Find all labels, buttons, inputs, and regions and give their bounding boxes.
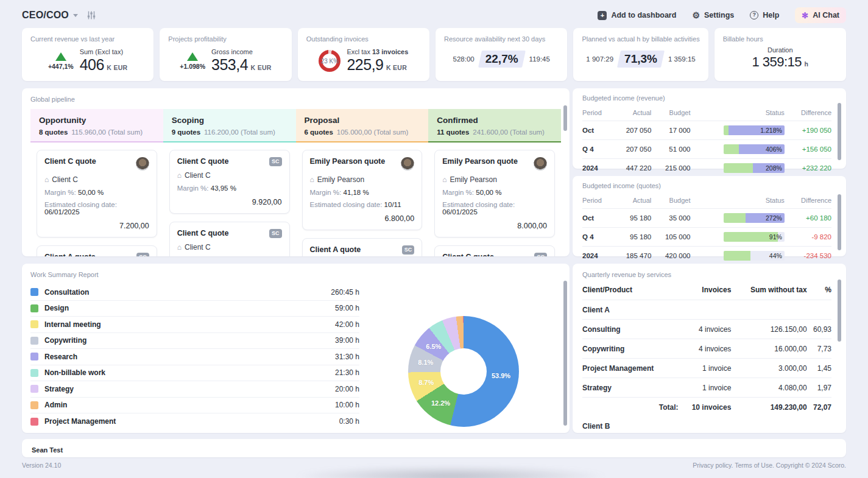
panel-scrollbar[interactable] [563, 281, 567, 426]
col-actual[interactable]: Actual [612, 193, 651, 209]
pipeline-column-proposal: Emily Pearson quote ⌂Emily Pearson Margi… [296, 142, 429, 256]
legend-item[interactable]: Non-billable work21:30 h [30, 365, 359, 382]
panel-title: Budgeted income (quotes) [582, 182, 831, 189]
legend-item[interactable]: Consultation260:45 h [30, 284, 359, 301]
kpi-title: Current revenue vs last year [30, 35, 145, 43]
ai-chat-label: AI Chat [813, 11, 839, 19]
help-button[interactable]: ? Help [750, 11, 779, 19]
work-summary-donut-chart[interactable]: 53.9%12.2%8.7%8.1%6.5% [408, 316, 519, 427]
filter-sliders-icon[interactable] [86, 10, 96, 20]
col-difference[interactable]: Difference [785, 193, 831, 209]
chevron-down-icon[interactable] [73, 14, 78, 17]
kpi-sublabel: Gross income [211, 48, 272, 55]
kpi-resource-availability[interactable]: Resource availability next 30 days 528:0… [436, 28, 567, 81]
kpi-sublabel: Duration [723, 46, 838, 54]
pipeline-scrollbar[interactable] [563, 105, 567, 131]
dashboard-title[interactable]: CEO/COO [22, 10, 69, 21]
panel-title: Sean Test [32, 446, 63, 454]
quote-card[interactable]: Client A quoteSC ⌂Client A [302, 238, 423, 256]
kpi-planned-vs-actual[interactable]: Planned vs actual h by billable activiti… [573, 28, 708, 81]
legend-item[interactable]: Design59:00 h [30, 301, 359, 317]
budgeted-income-revenue-panel: Budgeted income (revenue) Period Actual … [573, 88, 846, 169]
table-row[interactable]: Strategy1 invoice4.080,001,97 [582, 378, 831, 398]
quote-card[interactable]: Client C quote ⌂Client C Margin %: 50,00… [37, 150, 157, 237]
add-to-dashboard-button[interactable]: + Add to dashboard [598, 11, 676, 20]
quote-card[interactable]: Emily Pearson quote ⌂Emily Pearson Margi… [302, 150, 423, 230]
legend-item[interactable]: Project Management0:30 h [30, 413, 359, 430]
panel-scrollbar[interactable] [838, 279, 841, 342]
legend-label: Non-billable work [44, 368, 105, 377]
quote-card[interactable]: Client A quoteSC ⌂Client A [37, 245, 157, 256]
kpi-current-revenue[interactable]: Current revenue vs last year +447,1% Sum… [22, 28, 153, 81]
pipeline-stage-scoping[interactable]: Scoping 9 quotes116.200,00 (Total sum) [163, 109, 296, 142]
legend-item[interactable]: Strategy20:00 h [30, 381, 359, 398]
legend-item[interactable]: Research31:30 h [30, 349, 359, 365]
pipeline-stage-opportunity[interactable]: Opportunity 8 quotes115.960,00 (Total su… [30, 109, 163, 142]
ai-chat-button[interactable]: ✻ AI Chat [795, 7, 846, 23]
legend-item[interactable]: Admin10:00 h [30, 398, 359, 414]
legend-color-swatch [30, 385, 38, 393]
pipeline-stage-proposal[interactable]: Proposal 6 quotes105.000,00 (Total sum) [296, 109, 429, 142]
col-status[interactable]: Status [690, 105, 784, 121]
quote-card[interactable]: Client C quoteSC ⌂Client C [434, 245, 555, 256]
client-b-link[interactable]: Client B [582, 416, 831, 433]
table-row[interactable]: Copywriting4 invoices16.000,007,73 [582, 339, 831, 359]
kpi-sublabel: Sum (Excl tax) [80, 48, 128, 55]
table-row[interactable]: 2024447 220215 000 208% +232 220 [582, 159, 831, 178]
legend-color-swatch [30, 369, 38, 377]
col-percent[interactable]: % [807, 281, 831, 300]
legend-hours: 59:00 h [335, 304, 359, 312]
col-difference[interactable]: Difference [785, 105, 831, 121]
col-period[interactable]: Period [582, 193, 612, 209]
table-row[interactable]: Q 495 180105 000 91% -9 820 [582, 228, 831, 247]
panel-scrollbar[interactable] [838, 194, 841, 250]
trend-up-icon [187, 52, 198, 61]
col-sum-without-tax[interactable]: Sum without tax [731, 281, 806, 300]
help-icon: ? [750, 11, 758, 19]
ring-label: 23 K% [321, 58, 339, 65]
col-invoices[interactable]: Invoices [679, 281, 732, 300]
legend-hours: 10:00 h [335, 401, 359, 409]
col-period[interactable]: Period [582, 105, 612, 121]
legal-links[interactable]: Privacy policy. Terms of Use. Copyright … [693, 462, 846, 469]
table-row[interactable]: 2024185 470420 000 44% -234 530 [582, 247, 831, 265]
table-row[interactable]: Oct207 05017 000 1.218% +190 050 [582, 121, 831, 140]
col-budget[interactable]: Budget [651, 193, 690, 209]
settings-button[interactable]: ⚙ Settings [692, 11, 734, 19]
panel-title: Work Summary Report [30, 271, 561, 278]
donut-chart-zone: 53.9%12.2%8.7%8.1%6.5% [359, 284, 561, 430]
table-row[interactable]: Project Management1 invoice3.000,001,45 [582, 359, 831, 378]
legend-label: Internal meeting [44, 320, 101, 329]
col-budget[interactable]: Budget [651, 105, 690, 121]
panel-scrollbar[interactable] [838, 103, 841, 160]
pipeline-stage-confirmed[interactable]: Confirmed 11 quotes241.600,00 (Total sum… [428, 109, 561, 142]
legend-label: Copywriting [44, 336, 86, 345]
col-client-product[interactable]: Client/Product [582, 281, 679, 300]
legend-item[interactable]: Copywriting39:00 h [30, 333, 359, 350]
table-row[interactable]: Consulting4 invoices126.150,0060,93 [582, 320, 831, 339]
kpi-unit: K EUR [386, 64, 407, 71]
kpi-billable-hours[interactable]: Billable hours Duration 1 359:15 h [715, 28, 846, 81]
legend-hours: 20:00 h [335, 385, 359, 393]
quote-card[interactable]: Client C quoteSC ⌂Client C Margin %: 43,… [169, 150, 290, 214]
legend-item[interactable]: Internal meeting42:00 h [30, 317, 359, 333]
status-bar: 91% [724, 232, 785, 242]
quote-card[interactable]: Client C quoteSC ⌂Client C Margin %: 50,… [169, 222, 290, 256]
col-status[interactable]: Status [690, 193, 784, 209]
pipeline-headers: Opportunity 8 quotes115.960,00 (Total su… [30, 109, 561, 142]
col-actual[interactable]: Actual [612, 105, 651, 121]
quote-amount: 8.000,00 [442, 222, 547, 230]
client-a-link[interactable]: Client A [582, 300, 831, 320]
table-row[interactable]: Q 4207 05051 000 406% +156 050 [582, 140, 831, 159]
kpi-title: Resource availability next 30 days [444, 35, 559, 43]
table-row[interactable]: Oct95 18035 000 272% +60 180 [582, 209, 831, 228]
kpi-projects-profitability[interactable]: Projects profitability +1.098% Gross inc… [160, 28, 291, 81]
trend-up-icon [55, 52, 66, 61]
home-icon: ⌂ [310, 175, 314, 184]
gear-icon: ⚙ [692, 11, 700, 19]
kpi-outstanding-invoices[interactable]: Outstanding invoices 23 K% Excl tax 13 i… [298, 28, 429, 81]
legend-color-swatch [30, 401, 38, 409]
sean-test-panel[interactable]: Sean Test [22, 439, 846, 457]
avatar [136, 157, 149, 170]
quote-card[interactable]: Emily Pearson quote ⌂Emily Pearson Margi… [434, 150, 555, 237]
